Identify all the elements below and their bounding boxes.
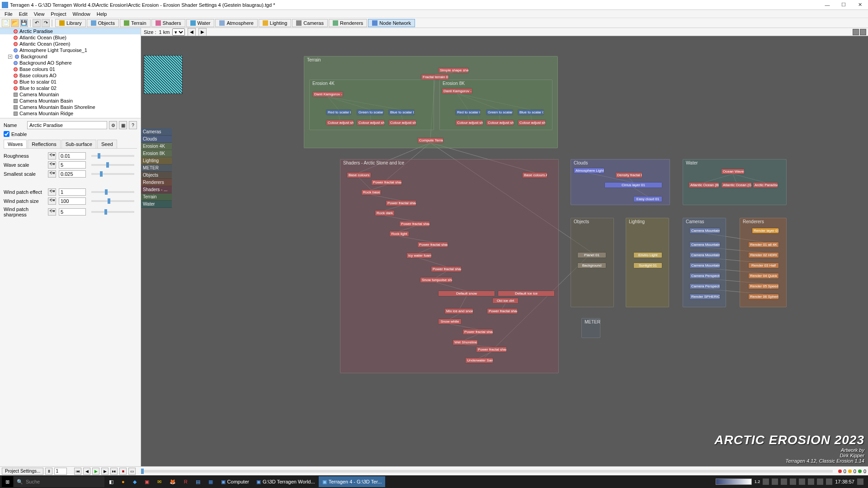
graph-node[interactable]: Ocean Waves [722,169,744,174]
graph-node[interactable]: Colour adjust shader [518,120,545,125]
graph-node[interactable]: Power fractal shader.. [386,201,416,206]
open-button[interactable]: 📂 [11,19,19,27]
node-group[interactable]: Water [683,159,787,205]
graph-node[interactable]: Power fractal shader.. [418,242,448,247]
graph-node[interactable]: Render SPHERICAL [690,294,720,299]
prop-tab-seed[interactable]: Seed [97,140,117,148]
graph-node[interactable]: Icy water foam [407,253,431,258]
help-button[interactable]: ? [129,121,137,129]
menu-view[interactable]: View [31,10,47,18]
go-last-button[interactable]: ⏭ [110,468,118,475]
tree-item[interactable]: Atmosphere Light Turquoise_1 [0,47,141,53]
tab-node-network[interactable]: Node Network [368,19,415,27]
param-menu-button[interactable]: ⟲▾ [48,161,56,169]
tree-item[interactable]: Base colours AO [0,72,141,79]
graph-node[interactable]: Atlantic Ocean (Green) [722,183,751,188]
pinned-app-4[interactable]: ✉ [154,476,165,487]
param-slider[interactable] [91,173,134,175]
pinned-app-5[interactable]: 🦊 [166,476,179,487]
group-nav-button[interactable]: Terrain [141,193,172,201]
graph-node[interactable]: Density fractal 01 [616,173,642,178]
tray-clock[interactable]: 17:38:57 [835,479,854,484]
graph-node[interactable]: Camera Mountain Ba.. [690,253,720,258]
node-group[interactable]: Objects [571,218,614,307]
tab-library[interactable]: Library [55,19,86,27]
pinned-app-3[interactable]: ▣ [141,476,153,487]
system-tray[interactable]: 1.2 17:38:57 [716,479,866,485]
graph-node[interactable]: Arctic Paradise [753,183,778,188]
graph-node[interactable]: Snow white [439,319,461,324]
menu-edit[interactable]: Edit [16,10,30,18]
pinned-app-1[interactable]: ● [118,476,128,487]
graph-node[interactable]: Fractal terrain 01 [421,75,448,80]
timeline-button[interactable]: ▭ [128,468,136,475]
graph-node[interactable]: Blue to scalar 02 [389,110,414,115]
param-slider[interactable] [91,164,134,166]
graph-node[interactable]: Render 05 Speedy [749,284,778,289]
graph-node[interactable]: Wet Shoreline [453,340,477,345]
param-input[interactable] [59,161,86,169]
graph-node[interactable]: Power fractal shader.. [463,329,493,334]
graph-node[interactable]: Render 01 all 4K [749,242,778,247]
tree-item[interactable]: +Background [0,53,141,60]
node-group[interactable]: METER [581,318,600,338]
param-slider[interactable] [91,211,134,213]
graph-node[interactable]: Rock light [390,231,409,236]
graph-node[interactable]: Camera Perspective 1 [690,273,720,278]
graph-node[interactable]: Snow turquoise shor.. [420,277,452,282]
param-slider[interactable] [91,191,134,193]
param-menu-button[interactable]: ⟲▾ [48,170,56,178]
tree-item[interactable]: Base colours 01 [0,66,141,72]
tray-wifi-icon[interactable] [817,479,823,485]
pinned-app-6[interactable]: R [180,476,191,487]
graph-node[interactable]: Base colours 01 [347,173,371,178]
tree-item[interactable]: Blue to scalar 02 [0,85,141,91]
graph-node[interactable]: Atlantic Ocean (Blue) [689,183,719,188]
graph-node[interactable]: Camera Mountain Ba.. [690,242,720,247]
group-nav-button[interactable]: Renderers [141,179,172,186]
graph-node[interactable]: Underwater Sand [466,358,493,363]
graph-node[interactable]: Old ice dirt [493,298,518,303]
close-button[interactable]: ✕ [854,1,866,9]
stop-button[interactable]: ■ [119,468,127,475]
graph-node[interactable]: Colour adjust shader [486,120,514,125]
graph-node[interactable]: Colour adjust shader [389,120,416,125]
new-button[interactable]: 📄 [2,19,10,27]
taskbar-window[interactable]: ▣Computer [217,476,253,487]
project-settings-button[interactable]: Project Settings... [2,468,43,475]
group-nav-button[interactable]: Erosion 8K [141,150,172,157]
tab-cameras[interactable]: Cameras [292,19,328,27]
pinned-app-7[interactable]: ▤ [192,476,204,487]
tray-icon-1[interactable] [763,479,769,485]
taskbar-window[interactable]: ▣G:\3D Terragen World... [253,476,319,487]
enable-checkbox[interactable] [4,131,9,137]
graph-node[interactable]: Green to scalar 02 [357,110,383,115]
menu-project[interactable]: Project [48,10,69,18]
taskbar-window[interactable]: ▣Terragen 4 - G:\3D Ter... [319,476,386,487]
prop-tab-waves[interactable]: Waves [4,140,27,148]
param-input[interactable] [59,208,86,216]
start-button[interactable]: ⊞ [2,476,13,487]
tree-item[interactable]: Blue to scalar 01 [0,79,141,85]
graph-node[interactable]: Colour adjust shader [456,120,483,125]
group-nav-button[interactable]: Water [141,201,172,208]
group-nav-button[interactable]: METER [141,164,172,172]
graph-node[interactable]: Compute Terrain [418,138,443,143]
node-group[interactable]: Lighting [626,218,669,307]
graph-node[interactable]: Atmosphere Light Tu.. [574,168,604,173]
param-menu-button[interactable]: ⟲▾ [48,208,56,216]
size-dropdown[interactable]: ▾ [172,28,185,36]
task-view-icon[interactable]: ◧ [105,476,117,487]
maximize-button[interactable]: ☐ [837,1,850,9]
nav-left[interactable]: ◀ [188,28,196,36]
tree-item[interactable]: Background AO Sphere [0,60,141,66]
param-input[interactable] [59,170,86,178]
graph-node[interactable]: Camera Mountain.. [690,263,720,268]
graph-node[interactable]: Camera Mountain [690,228,720,233]
param-slider[interactable] [91,200,134,202]
tray-icon-5[interactable] [799,479,805,485]
tab-renderers[interactable]: Renderers [329,19,367,27]
play-button[interactable]: ▶ [92,468,99,475]
nav-right[interactable]: ▶ [198,28,207,36]
graph-node[interactable]: Colour adjust shader [326,120,354,125]
